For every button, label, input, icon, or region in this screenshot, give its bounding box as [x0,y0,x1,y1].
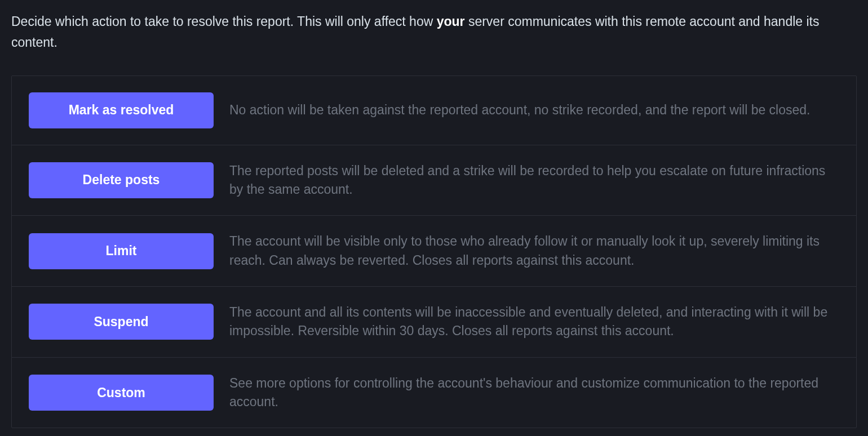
action-row-suspend: Suspend The account and all its contents… [12,287,856,358]
action-row-mark-resolved: Mark as resolved No action will be taken… [12,76,856,145]
custom-button[interactable]: Custom [29,375,214,411]
header-text-before: Decide which action to take to resolve t… [11,14,437,29]
actions-list: Mark as resolved No action will be taken… [11,75,857,429]
delete-posts-button[interactable]: Delete posts [29,162,214,198]
action-row-limit: Limit The account will be visible only t… [12,216,856,287]
action-row-delete-posts: Delete posts The reported posts will be … [12,145,856,216]
limit-button[interactable]: Limit [29,233,214,269]
action-row-custom: Custom See more options for controlling … [12,358,856,428]
custom-description: See more options for controlling the acc… [229,374,839,412]
mark-as-resolved-description: No action will be taken against the repo… [229,101,839,119]
mark-as-resolved-button[interactable]: Mark as resolved [29,92,214,128]
limit-description: The account will be visible only to thos… [229,232,839,270]
header-instruction: Decide which action to take to resolve t… [11,11,857,53]
suspend-description: The account and all its contents will be… [229,303,839,341]
suspend-button[interactable]: Suspend [29,304,214,340]
delete-posts-description: The reported posts will be deleted and a… [229,162,839,199]
header-text-bold: your [437,14,465,29]
